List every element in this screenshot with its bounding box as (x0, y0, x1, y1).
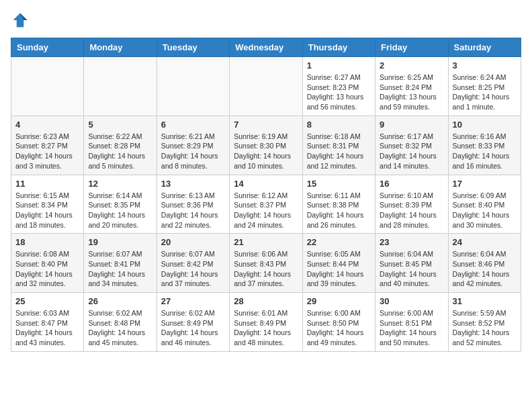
day-cell: 5Sunrise: 6:22 AMSunset: 8:28 PMDaylight… (84, 116, 157, 175)
week-row-2: 4Sunrise: 6:23 AMSunset: 8:27 PMDaylight… (11, 116, 521, 175)
day-cell: 15Sunrise: 6:11 AMSunset: 8:38 PMDayligh… (302, 175, 375, 234)
day-info: Sunrise: 6:03 AMSunset: 8:47 PMDaylight:… (15, 308, 79, 348)
week-row-4: 18Sunrise: 6:08 AMSunset: 8:40 PMDayligh… (11, 234, 521, 293)
day-info: Sunrise: 6:04 AMSunset: 8:46 PMDaylight:… (453, 249, 517, 289)
day-cell: 20Sunrise: 6:07 AMSunset: 8:42 PMDayligh… (157, 234, 229, 293)
day-number: 11 (15, 179, 79, 189)
day-info: Sunrise: 6:17 AMSunset: 8:32 PMDaylight:… (380, 132, 443, 171)
day-info: Sunrise: 6:07 AMSunset: 8:41 PMDaylight:… (88, 249, 152, 289)
day-info: Sunrise: 6:09 AMSunset: 8:40 PMDaylight:… (453, 191, 517, 230)
day-number: 25 (15, 296, 79, 306)
day-info: Sunrise: 6:21 AMSunset: 8:29 PMDaylight:… (161, 132, 225, 171)
day-info: Sunrise: 6:05 AMSunset: 8:44 PMDaylight:… (307, 249, 371, 289)
day-number: 9 (380, 120, 443, 130)
page-header (11, 11, 521, 30)
day-cell: 29Sunrise: 6:00 AMSunset: 8:50 PMDayligh… (302, 293, 375, 352)
day-number: 29 (307, 296, 371, 306)
day-cell: 1Sunrise: 6:27 AMSunset: 8:23 PMDaylight… (302, 57, 375, 116)
day-info: Sunrise: 6:23 AMSunset: 8:27 PMDaylight:… (15, 132, 79, 171)
day-info: Sunrise: 6:15 AMSunset: 8:34 PMDaylight:… (15, 191, 79, 230)
day-cell: 17Sunrise: 6:09 AMSunset: 8:40 PMDayligh… (448, 175, 521, 234)
day-number: 16 (380, 179, 443, 189)
logo (11, 11, 32, 30)
day-cell: 31Sunrise: 5:59 AMSunset: 8:52 PMDayligh… (448, 293, 521, 352)
day-info: Sunrise: 6:22 AMSunset: 8:28 PMDaylight:… (88, 132, 152, 171)
day-info: Sunrise: 5:59 AMSunset: 8:52 PMDaylight:… (453, 308, 517, 348)
day-cell: 23Sunrise: 6:04 AMSunset: 8:45 PMDayligh… (375, 234, 448, 293)
logo-icon (11, 11, 30, 30)
day-number: 19 (88, 237, 152, 247)
day-cell: 2Sunrise: 6:25 AMSunset: 8:24 PMDaylight… (375, 57, 448, 116)
day-cell: 26Sunrise: 6:02 AMSunset: 8:48 PMDayligh… (84, 293, 157, 352)
day-cell: 24Sunrise: 6:04 AMSunset: 8:46 PMDayligh… (448, 234, 521, 293)
day-info: Sunrise: 6:18 AMSunset: 8:31 PMDaylight:… (307, 132, 371, 171)
day-cell: 10Sunrise: 6:16 AMSunset: 8:33 PMDayligh… (448, 116, 521, 175)
day-info: Sunrise: 6:14 AMSunset: 8:35 PMDaylight:… (88, 191, 152, 230)
day-info: Sunrise: 6:13 AMSunset: 8:36 PMDaylight:… (161, 191, 225, 230)
day-info: Sunrise: 6:11 AMSunset: 8:38 PMDaylight:… (307, 191, 371, 230)
day-number: 13 (161, 179, 225, 189)
day-number: 1 (307, 60, 371, 71)
day-number: 8 (307, 120, 371, 130)
day-cell (230, 57, 302, 116)
day-number: 14 (234, 179, 298, 189)
day-number: 30 (380, 296, 443, 306)
day-info: Sunrise: 6:19 AMSunset: 8:30 PMDaylight:… (234, 132, 298, 171)
day-number: 7 (234, 120, 298, 130)
day-cell: 30Sunrise: 6:00 AMSunset: 8:51 PMDayligh… (375, 293, 448, 352)
day-info: Sunrise: 6:06 AMSunset: 8:43 PMDaylight:… (234, 249, 298, 289)
day-number: 17 (453, 179, 517, 189)
day-number: 21 (234, 237, 298, 247)
day-number: 12 (88, 179, 152, 189)
day-cell: 13Sunrise: 6:13 AMSunset: 8:36 PMDayligh… (157, 175, 229, 234)
day-info: Sunrise: 6:12 AMSunset: 8:37 PMDaylight:… (234, 191, 298, 230)
day-number: 28 (234, 296, 298, 306)
day-number: 20 (161, 237, 225, 247)
day-info: Sunrise: 6:27 AMSunset: 8:23 PMDaylight:… (307, 73, 371, 112)
day-number: 6 (161, 120, 225, 130)
day-cell: 6Sunrise: 6:21 AMSunset: 8:29 PMDaylight… (157, 116, 229, 175)
day-cell: 16Sunrise: 6:10 AMSunset: 8:39 PMDayligh… (375, 175, 448, 234)
calendar-header: SundayMondayTuesdayWednesdayThursdayFrid… (11, 38, 521, 57)
day-info: Sunrise: 6:16 AMSunset: 8:33 PMDaylight:… (453, 132, 517, 171)
day-info: Sunrise: 6:24 AMSunset: 8:25 PMDaylight:… (453, 73, 517, 112)
weekday-row: SundayMondayTuesdayWednesdayThursdayFrid… (11, 38, 521, 57)
day-cell (157, 57, 229, 116)
day-number: 5 (88, 120, 152, 130)
day-cell (84, 57, 157, 116)
day-number: 22 (307, 237, 371, 247)
day-number: 23 (380, 237, 443, 247)
day-number: 3 (453, 60, 517, 71)
weekday-header-tuesday: Tuesday (157, 38, 229, 57)
day-number: 26 (88, 296, 152, 306)
day-info: Sunrise: 6:08 AMSunset: 8:40 PMDaylight:… (15, 249, 79, 289)
day-info: Sunrise: 6:25 AMSunset: 8:24 PMDaylight:… (380, 73, 443, 112)
day-cell: 25Sunrise: 6:03 AMSunset: 8:47 PMDayligh… (11, 293, 84, 352)
day-info: Sunrise: 6:10 AMSunset: 8:39 PMDaylight:… (380, 191, 443, 230)
day-cell: 22Sunrise: 6:05 AMSunset: 8:44 PMDayligh… (302, 234, 375, 293)
day-info: Sunrise: 6:02 AMSunset: 8:49 PMDaylight:… (161, 308, 225, 348)
day-cell: 14Sunrise: 6:12 AMSunset: 8:37 PMDayligh… (230, 175, 302, 234)
day-number: 15 (307, 179, 371, 189)
day-cell: 9Sunrise: 6:17 AMSunset: 8:32 PMDaylight… (375, 116, 448, 175)
day-cell: 27Sunrise: 6:02 AMSunset: 8:49 PMDayligh… (157, 293, 229, 352)
day-cell: 11Sunrise: 6:15 AMSunset: 8:34 PMDayligh… (11, 175, 84, 234)
week-row-5: 25Sunrise: 6:03 AMSunset: 8:47 PMDayligh… (11, 293, 521, 352)
day-number: 24 (453, 237, 517, 247)
weekday-header-thursday: Thursday (302, 38, 375, 57)
day-number: 31 (453, 296, 517, 306)
day-number: 18 (15, 237, 79, 247)
day-cell: 3Sunrise: 6:24 AMSunset: 8:25 PMDaylight… (448, 57, 521, 116)
calendar-table: SundayMondayTuesdayWednesdayThursdayFrid… (11, 38, 521, 352)
day-number: 2 (380, 60, 443, 71)
day-cell (11, 57, 84, 116)
day-info: Sunrise: 6:07 AMSunset: 8:42 PMDaylight:… (161, 249, 225, 289)
day-cell: 28Sunrise: 6:01 AMSunset: 8:49 PMDayligh… (230, 293, 302, 352)
day-info: Sunrise: 6:00 AMSunset: 8:50 PMDaylight:… (307, 308, 371, 348)
day-number: 4 (15, 120, 79, 130)
day-cell: 21Sunrise: 6:06 AMSunset: 8:43 PMDayligh… (230, 234, 302, 293)
day-cell: 12Sunrise: 6:14 AMSunset: 8:35 PMDayligh… (84, 175, 157, 234)
week-row-1: 1Sunrise: 6:27 AMSunset: 8:23 PMDaylight… (11, 57, 521, 116)
day-number: 27 (161, 296, 225, 306)
day-cell: 8Sunrise: 6:18 AMSunset: 8:31 PMDaylight… (302, 116, 375, 175)
